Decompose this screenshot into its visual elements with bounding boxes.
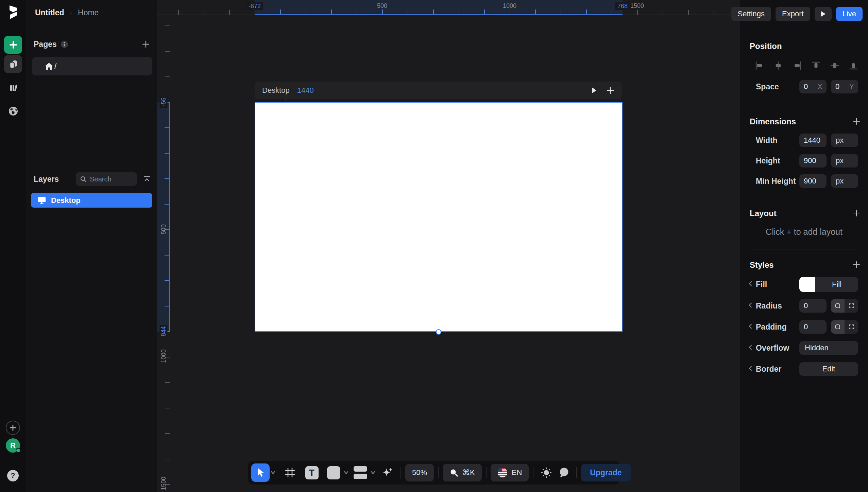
corners-icon	[848, 303, 854, 309]
frame-name-label[interactable]: Desktop	[262, 86, 290, 95]
left-sidebar: Untitled · Home Pages /	[26, 0, 157, 492]
height-unit-select[interactable]: px	[831, 154, 858, 168]
align-bottom-icon[interactable]	[848, 60, 859, 71]
text-tool-icon: T	[305, 466, 319, 479]
collapse-layers-icon[interactable]	[143, 175, 151, 183]
frame-width-label[interactable]: 1440	[297, 86, 314, 95]
ai-tool-button[interactable]	[378, 463, 396, 482]
app-logo-icon[interactable]	[5, 4, 21, 20]
add-page-button[interactable]	[141, 40, 150, 49]
layers-title: Layers	[34, 175, 59, 184]
sections-tool-button[interactable]	[351, 463, 370, 482]
breadcrumb-separator: ·	[70, 8, 72, 17]
layers-search-box[interactable]	[76, 172, 137, 186]
padding-uniform-segment[interactable]	[831, 320, 845, 334]
radius-label: Radius	[756, 301, 782, 311]
zoom-level: 50%	[412, 468, 427, 477]
fill-type-button[interactable]: Fill	[815, 277, 858, 292]
feedback-chat-button[interactable]	[555, 464, 572, 481]
padding-input[interactable]: 0	[799, 320, 827, 334]
min-height-unit-select[interactable]: px	[831, 174, 858, 188]
info-icon[interactable]	[61, 41, 68, 48]
toolbar-divider	[438, 467, 439, 478]
width-input[interactable]: 1440	[799, 134, 827, 147]
right-inspector-panel: Settings Export Live Position	[740, 0, 868, 492]
align-top-icon[interactable]	[810, 60, 822, 71]
bottom-toolbar: T 50% ⌘K	[248, 461, 620, 485]
preview-play-icon[interactable]	[591, 86, 597, 94]
user-avatar[interactable]: R	[6, 438, 20, 453]
upgrade-button[interactable]: Upgrade	[581, 464, 630, 481]
live-button[interactable]: Live	[836, 7, 863, 21]
toolbar-divider	[401, 467, 401, 478]
language-button[interactable]: EN	[491, 464, 529, 481]
select-tool-chevron-icon[interactable]	[271, 471, 275, 474]
overflow-collapse-chevron-icon[interactable]	[748, 344, 752, 350]
alignment-controls	[754, 60, 859, 71]
desktop-monitor-icon	[37, 196, 46, 205]
plus-icon	[141, 40, 150, 49]
inspector-divider	[740, 27, 868, 27]
pages-panel-button[interactable]	[4, 55, 22, 73]
cursor-icon	[255, 467, 266, 478]
export-button[interactable]: Export	[776, 7, 810, 21]
padding-collapse-chevron-icon[interactable]	[748, 323, 752, 329]
dimensions-section-title: Dimensions	[750, 117, 796, 126]
desktop-frame-canvas[interactable]	[255, 102, 623, 332]
globe-panel-button[interactable]	[4, 102, 22, 120]
add-style-button[interactable]	[852, 260, 861, 269]
shape-tool-icon	[327, 466, 340, 479]
text-tool-button[interactable]: T	[303, 463, 321, 482]
shape-tool-button[interactable]	[324, 463, 343, 482]
invite-add-button[interactable]	[6, 421, 20, 435]
library-panel-button[interactable]	[4, 79, 22, 97]
add-dimension-button[interactable]	[852, 117, 861, 126]
zoom-level-button[interactable]: 50%	[405, 464, 434, 481]
command-search-button[interactable]: ⌘K	[443, 464, 482, 481]
app-window: R ? Untitled · Home Pages	[0, 0, 868, 492]
radius-collapse-chevron-icon[interactable]	[748, 302, 752, 308]
v-ruler-selection-band	[157, 102, 170, 332]
align-left-icon[interactable]	[754, 60, 765, 71]
fill-collapse-chevron-icon[interactable]	[748, 281, 752, 287]
add-breakpoint-icon[interactable]	[606, 86, 614, 94]
height-label: Height	[756, 156, 780, 165]
preview-button[interactable]	[815, 7, 832, 21]
space-y-input[interactable]: 0 Y	[831, 80, 858, 93]
height-input[interactable]: 900	[799, 154, 827, 168]
project-name: Untitled	[35, 8, 64, 17]
page-list-item-home[interactable]: /	[32, 57, 152, 75]
radius-mode-control	[831, 299, 858, 313]
sections-tool-chevron-icon[interactable]	[371, 471, 375, 474]
settings-button[interactable]: Settings	[731, 7, 771, 21]
min-height-label: Min Height	[756, 177, 796, 186]
canvas-viewport[interactable]: 500 1000 1500 -672 768 500 1000 1500 -56…	[157, 0, 740, 492]
theme-toggle-button[interactable]	[538, 464, 555, 481]
breadcrumb[interactable]: Untitled · Home	[35, 8, 99, 17]
align-right-icon[interactable]	[791, 60, 803, 71]
radius-individual-segment[interactable]	[845, 299, 858, 313]
overflow-select[interactable]: Hidden	[799, 341, 858, 355]
fill-color-swatch[interactable]	[799, 277, 815, 292]
select-tool-button[interactable]	[251, 463, 270, 482]
radius-input[interactable]: 0	[799, 299, 827, 313]
h-ruler-label: 1000	[503, 2, 516, 10]
padding-individual-segment[interactable]	[845, 320, 858, 334]
frame-tool-button[interactable]	[281, 463, 299, 482]
align-center-horizontal-icon[interactable]	[772, 60, 784, 71]
border-collapse-chevron-icon[interactable]	[748, 365, 752, 371]
current-page-name: Home	[78, 8, 99, 17]
width-unit-select[interactable]: px	[831, 134, 858, 147]
min-height-input[interactable]: 900	[799, 174, 827, 188]
space-x-input[interactable]: 0 X	[799, 80, 827, 93]
help-button[interactable]: ?	[7, 470, 19, 481]
layers-search-input[interactable]	[90, 175, 133, 183]
align-center-vertical-icon[interactable]	[829, 60, 840, 71]
add-element-button[interactable]	[4, 36, 22, 54]
add-layout-button[interactable]	[852, 209, 861, 217]
radius-uniform-segment[interactable]	[831, 299, 845, 313]
shape-tool-chevron-icon[interactable]	[344, 471, 348, 474]
frame-resize-handle[interactable]	[436, 329, 441, 335]
layer-item-desktop[interactable]: Desktop	[31, 193, 152, 208]
border-edit-button[interactable]: Edit	[799, 362, 858, 376]
